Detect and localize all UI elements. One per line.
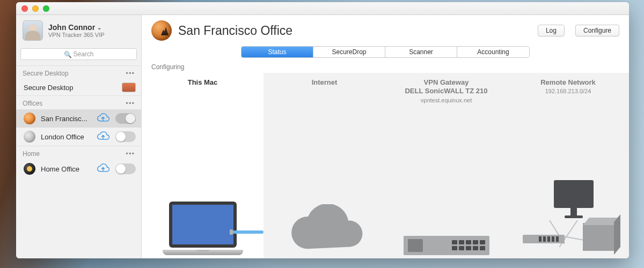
chevron-down-icon: ⌄ xyxy=(97,25,101,31)
log-button[interactable]: Log xyxy=(538,25,565,36)
topology-diagram: This Mac Internet xyxy=(142,73,629,258)
titlebar[interactable] xyxy=(16,2,629,15)
traffic-lights xyxy=(21,5,49,12)
laptop-icon xyxy=(163,202,243,255)
sidebar-item-label: Home Office xyxy=(41,165,91,173)
gateway-device-icon xyxy=(404,236,489,255)
group-label: Offices xyxy=(23,100,42,107)
diagram-col-vpn-gateway: VPN Gateway DELL SonicWALL TZ 210 vpntes… xyxy=(385,73,507,258)
home-icon xyxy=(24,163,35,175)
thumbnail-icon xyxy=(122,83,136,92)
cloud-upload-icon[interactable] xyxy=(96,113,110,124)
cloud-upload-icon[interactable] xyxy=(96,163,110,174)
diagram-col-this-mac: This Mac xyxy=(142,73,264,258)
app-window: John Connor ⌄ VPN Tracker 365 VIP 🔍 Secu… xyxy=(16,2,629,258)
cloud-upload-icon[interactable] xyxy=(96,131,110,142)
diagram-col-internet: Internet xyxy=(264,73,385,258)
zoom-window-button[interactable] xyxy=(43,5,49,12)
sidebar-item-label: Secure Desktop xyxy=(24,84,116,92)
user-block[interactable]: John Connor ⌄ VPN Tracker 365 VIP xyxy=(16,15,141,46)
main-header: San Francisco Office Log Configure xyxy=(142,15,629,44)
sidebar-item-label: San Francisc... xyxy=(41,115,91,123)
connection-toggle[interactable] xyxy=(115,131,136,142)
sidebar-item-home-office[interactable]: Home Office xyxy=(16,160,141,178)
configure-button[interactable]: Configure xyxy=(575,25,619,36)
search-input[interactable] xyxy=(20,48,137,60)
group-label: Home xyxy=(23,150,40,158)
tab-status[interactable]: Status xyxy=(241,47,313,57)
diagram-col-remote-network: Remote Network 192.168.213.0/24 xyxy=(507,73,629,258)
sidebar-item-london-office[interactable]: London Office xyxy=(16,128,141,146)
sidebar-item-secure-desktop[interactable]: Secure Desktop xyxy=(16,79,141,95)
location-icon xyxy=(24,113,35,124)
cloud-icon xyxy=(284,204,365,255)
ethernet-cable-icon xyxy=(231,230,264,234)
sidebar: John Connor ⌄ VPN Tracker 365 VIP 🔍 Secu… xyxy=(16,15,142,258)
page-title: San Francisco Office xyxy=(178,24,292,38)
col-title: Remote Network xyxy=(540,78,596,87)
group-menu-button[interactable]: ••• xyxy=(126,69,135,77)
col-subtitle2: vpntest.equinux.net xyxy=(421,97,472,103)
tab-scanner[interactable]: Scanner xyxy=(385,47,457,57)
location-icon xyxy=(24,131,35,143)
avatar xyxy=(23,20,43,41)
user-subtitle: VPN Tracker 365 VIP xyxy=(48,32,105,38)
group-menu-button[interactable]: ••• xyxy=(126,99,135,107)
sidebar-item-san-francisco[interactable]: San Francisc... xyxy=(16,109,141,128)
close-window-button[interactable] xyxy=(21,5,28,12)
col-title: VPN Gateway xyxy=(424,78,469,87)
group-menu-button[interactable]: ••• xyxy=(126,150,135,158)
tab-securedrop[interactable]: SecureDrop xyxy=(313,47,385,57)
group-label: Secure Desktop xyxy=(23,70,68,77)
connection-avatar-icon xyxy=(151,20,172,41)
col-title: Internet xyxy=(312,78,338,87)
col-subtitle1: DELL SonicWALL TZ 210 xyxy=(405,87,487,95)
sidebar-item-label: London Office xyxy=(41,133,91,141)
remote-network-icon xyxy=(523,180,614,255)
connection-toggle[interactable] xyxy=(115,163,136,174)
segmented-tabs: Status SecureDrop Scanner Accounting xyxy=(241,46,530,58)
tab-accounting[interactable]: Accounting xyxy=(457,47,529,57)
user-name: John Connor xyxy=(48,23,95,32)
col-subtitle1: 192.168.213.0/24 xyxy=(545,88,591,94)
col-title: This Mac xyxy=(188,78,218,87)
group-header-offices: Offices ••• xyxy=(16,95,141,109)
status-text: Configuring xyxy=(142,58,629,73)
group-header-secure-desktop: Secure Desktop ••• xyxy=(16,65,141,79)
main-panel: San Francisco Office Log Configure Statu… xyxy=(142,15,629,258)
group-header-home: Home ••• xyxy=(16,146,141,160)
minimize-window-button[interactable] xyxy=(32,5,39,12)
connection-toggle[interactable] xyxy=(115,113,136,124)
